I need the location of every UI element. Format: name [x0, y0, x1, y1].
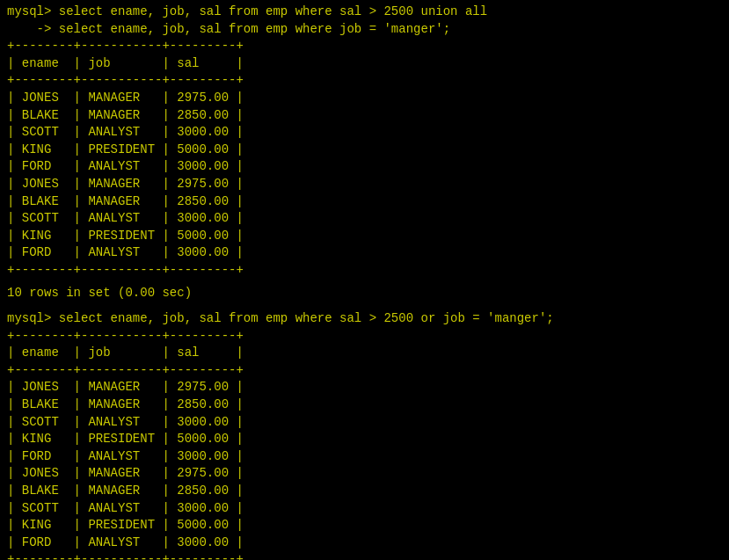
query2-sep-bot: +--------+-----------+---------+ [7, 551, 722, 560]
table-row: | FORD | ANALYST | 3000.00 | [7, 244, 722, 262]
table-row: | FORD | ANALYST | 3000.00 | [7, 158, 722, 176]
query2-header: | ename | job | sal | [7, 345, 722, 362]
table-row: | SCOTT | ANALYST | 3000.00 | [7, 414, 722, 432]
query1-sep-bot: +--------+-----------+---------+ [7, 262, 722, 280]
table-row: | BLAKE | MANAGER | 2850.00 | [7, 396, 722, 414]
table-row: | FORD | ANALYST | 3000.00 | [7, 535, 722, 552]
table-row: | KING | PRESIDENT | 5000.00 | [7, 142, 722, 159]
query1-results: | JONES | MANAGER | 2975.00 || BLAKE | M… [7, 90, 722, 262]
query1-result-info: 10 rows in set (0.00 sec) [7, 285, 722, 302]
query1-prompt-line1: mysql> select ename, job, sal from emp w… [7, 4, 722, 21]
table-row: | JONES | MANAGER | 2975.00 | [7, 90, 722, 107]
table-row: | JONES | MANAGER | 2975.00 | [7, 465, 722, 483]
query1-sep-mid: +--------+-----------+---------+ [7, 72, 722, 90]
table-row: | BLAKE | MANAGER | 2850.00 | [7, 193, 722, 211]
table-row: | BLAKE | MANAGER | 2850.00 | [7, 107, 722, 125]
table-row: | JONES | MANAGER | 2975.00 | [7, 176, 722, 193]
table-row: | FORD | ANALYST | 3000.00 | [7, 448, 722, 466]
query1-header: | ename | job | sal | [7, 55, 722, 73]
query1-sep-top: +--------+-----------+---------+ [7, 38, 722, 55]
terminal-window: mysql> select ename, job, sal from emp w… [7, 4, 722, 560]
table-row: | KING | PRESIDENT | 5000.00 | [7, 517, 722, 535]
table-row: | KING | PRESIDENT | 5000.00 | [7, 431, 722, 448]
query2-results: | JONES | MANAGER | 2975.00 || BLAKE | M… [7, 379, 722, 551]
query2-prompt: mysql> select ename, job, sal from emp w… [7, 310, 722, 328]
table-row: | JONES | MANAGER | 2975.00 | [7, 379, 722, 396]
query2-sep-mid: +--------+-----------+---------+ [7, 362, 722, 380]
query1-prompt-line2: -> select ename, job, sal from emp where… [7, 21, 722, 39]
table-row: | BLAKE | MANAGER | 2850.00 | [7, 483, 722, 500]
table-row: | SCOTT | ANALYST | 3000.00 | [7, 500, 722, 518]
table-row: | KING | PRESIDENT | 5000.00 | [7, 228, 722, 245]
table-row: | SCOTT | ANALYST | 3000.00 | [7, 124, 722, 142]
query2-sep-top: +--------+-----------+---------+ [7, 328, 722, 345]
table-row: | SCOTT | ANALYST | 3000.00 | [7, 210, 722, 228]
